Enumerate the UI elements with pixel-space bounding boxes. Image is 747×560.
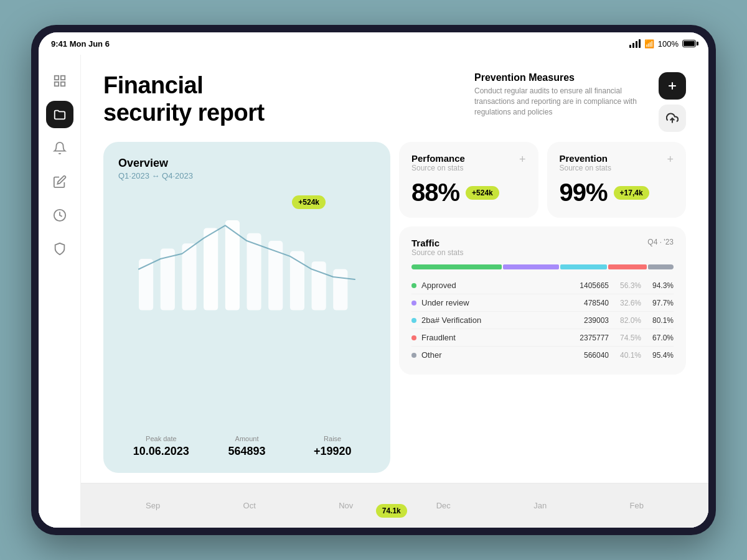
sidebar-item-folder[interactable] xyxy=(46,101,73,128)
sidebar xyxy=(39,55,81,528)
name-fraudlent: Fraudlent xyxy=(421,333,560,342)
svg-rect-0 xyxy=(54,76,58,80)
num-verification: 239003 xyxy=(565,316,609,325)
add-button[interactable] xyxy=(659,72,686,100)
overview-stats: Peak date 10.06.2023 Amount 564893 Raise… xyxy=(118,435,375,458)
traffic-row-approved: Approved 1405665 56.3% 94.3% xyxy=(411,277,674,294)
dot-approved xyxy=(411,283,416,288)
num-other: 566040 xyxy=(565,351,609,360)
peak-date-value: 10.06.2023 xyxy=(118,445,204,458)
month-feb: Feb xyxy=(630,501,644,510)
svg-rect-3 xyxy=(60,82,64,86)
prevention-metric-title: Prevention xyxy=(560,153,611,164)
name-review: Under review xyxy=(421,298,560,307)
pct2-other: 95.4% xyxy=(646,351,674,360)
month-jan: Jan xyxy=(533,501,547,510)
performance-title: Perfomance xyxy=(411,153,465,164)
pct2-verification: 80.1% xyxy=(646,316,674,325)
svg-rect-8 xyxy=(139,259,153,310)
pct2-review: 97.7% xyxy=(646,299,674,307)
traffic-bar xyxy=(411,264,674,269)
signal-icon xyxy=(629,39,641,48)
traffic-bar-fraudlent xyxy=(608,264,647,269)
amount-stat: Amount 564893 xyxy=(204,435,290,458)
traffic-subtitle: Source on stats xyxy=(411,248,463,257)
traffic-card: Traffic Source on stats Q4 · '23 xyxy=(399,226,686,375)
sidebar-item-grid[interactable] xyxy=(46,67,73,95)
prevention-title: Prevention Measures xyxy=(474,72,649,83)
name-verification: 2ba# Verification xyxy=(421,315,560,325)
traffic-period: Q4 · '23 xyxy=(647,238,674,246)
page-content: Financial security report Prevention Mea… xyxy=(81,55,708,528)
header-buttons xyxy=(659,72,686,132)
overview-period: Q1·2023 ↔ Q4·2023 xyxy=(118,171,375,180)
timeline-tooltip: 74.1k xyxy=(376,504,407,518)
raise-stat: Raise +19920 xyxy=(289,435,375,458)
timeline-bar: Sep Oct Nov Dec Jan Feb 74.1k xyxy=(81,483,708,528)
performance-add[interactable]: + xyxy=(519,153,526,166)
performance-value-row: 88% +524k xyxy=(411,179,526,207)
traffic-row-other: Other 566040 40.1% 95.4% xyxy=(411,347,674,363)
chart-tooltip: +524k xyxy=(292,195,326,209)
prevention-header: Prevention Source on stats + xyxy=(560,153,674,172)
name-approved: Approved xyxy=(421,281,560,290)
svg-rect-16 xyxy=(312,261,326,310)
peak-date-label: Peak date xyxy=(118,435,204,442)
prevention-add[interactable]: + xyxy=(667,153,674,166)
raise-label: Raise xyxy=(289,435,375,442)
pct1-approved: 56.3% xyxy=(614,281,641,290)
traffic-title: Traffic xyxy=(411,238,463,248)
upload-button[interactable] xyxy=(659,105,686,132)
sidebar-item-shield[interactable] xyxy=(46,235,73,263)
traffic-row-verification: 2ba# Verification 239003 82.0% 80.1% xyxy=(411,312,674,329)
pct1-other: 40.1% xyxy=(614,351,641,360)
performance-header: Perfomance Source on stats + xyxy=(411,153,526,172)
page-title: Financial security report xyxy=(103,72,265,126)
name-other: Other xyxy=(421,350,560,360)
prevention-card: Prevention Source on stats + 99% +17,4k xyxy=(547,142,687,218)
amount-value: 564893 xyxy=(204,445,290,458)
raise-value: +19920 xyxy=(289,445,375,458)
traffic-header: Traffic Source on stats Q4 · '23 xyxy=(411,238,674,257)
svg-rect-1 xyxy=(60,76,64,80)
right-panel: Perfomance Source on stats + 88% +524k xyxy=(399,142,686,419)
svg-rect-10 xyxy=(182,243,196,310)
wifi-icon: 📶 xyxy=(644,39,654,49)
main-content: Financial security report Prevention Mea… xyxy=(39,55,708,528)
svg-rect-11 xyxy=(204,228,218,310)
sidebar-item-bell[interactable] xyxy=(46,134,73,162)
traffic-row-review: Under review 478540 32.6% 97.7% xyxy=(411,294,674,312)
metrics-row: Perfomance Source on stats + 88% +524k xyxy=(399,142,686,218)
overview-card: Overview Q1·2023 ↔ Q4·2023 +524k xyxy=(103,142,390,473)
pct1-review: 32.6% xyxy=(614,299,641,307)
pct1-fraudlent: 74.5% xyxy=(614,334,641,342)
pct2-fraudlent: 67.0% xyxy=(646,334,674,342)
header-right: Prevention Measures Conduct regular audi… xyxy=(474,72,686,132)
ipad-frame: 9:41 Mon Jun 6 📶 100% xyxy=(31,25,716,535)
dot-other xyxy=(411,353,416,358)
dashboard-grid: Overview Q1·2023 ↔ Q4·2023 +524k xyxy=(81,142,708,483)
prevention-info: Prevention Measures Conduct regular audi… xyxy=(474,72,649,117)
month-oct: Oct xyxy=(243,501,256,510)
performance-card: Perfomance Source on stats + 88% +524k xyxy=(399,142,538,218)
pct2-approved: 94.3% xyxy=(646,281,674,290)
num-fraudlent: 2375777 xyxy=(565,334,609,342)
prevention-badge: +17,4k xyxy=(614,186,649,200)
sidebar-item-edit[interactable] xyxy=(46,168,73,195)
traffic-row-fraudlent: Fraudlent 2375777 74.5% 67.0% xyxy=(411,329,674,347)
battery-icon xyxy=(682,40,696,47)
sidebar-item-clock[interactable] xyxy=(46,202,73,229)
prevention-value: 99% xyxy=(560,179,608,207)
num-review: 478540 xyxy=(565,299,609,307)
month-sep: Sep xyxy=(146,501,160,510)
performance-badge: +524k xyxy=(466,186,499,200)
pct1-verification: 82.0% xyxy=(614,316,641,325)
month-nov: Nov xyxy=(339,501,353,510)
performance-subtitle: Source on stats xyxy=(411,164,465,172)
prevention-desc: Conduct regular audits to ensure all fin… xyxy=(474,86,649,117)
month-dec: Dec xyxy=(436,501,451,510)
performance-value: 88% xyxy=(411,179,459,207)
ipad-screen: 9:41 Mon Jun 6 📶 100% xyxy=(39,32,708,528)
traffic-table: Approved 1405665 56.3% 94.3% Under revie… xyxy=(411,277,674,363)
traffic-bar-review xyxy=(503,264,560,269)
